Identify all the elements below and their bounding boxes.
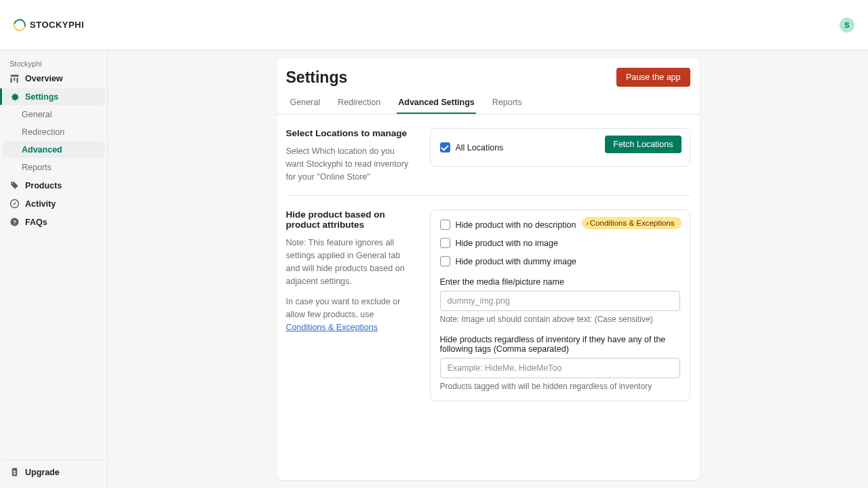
checkbox-no-description[interactable]	[440, 220, 450, 230]
price-icon	[9, 467, 20, 477]
gear-icon	[9, 92, 20, 102]
sidebar-sub-reports[interactable]: Reports	[3, 159, 104, 176]
logo-mark-icon	[12, 16, 28, 33]
fetch-locations-button[interactable]: Fetch Locations	[605, 136, 681, 153]
locations-title: Select Locations to manage	[286, 128, 415, 138]
svg-rect-1	[11, 78, 12, 83]
sidebar-item-label: Settings	[25, 92, 58, 102]
sidebar-sub-redirection[interactable]: Redirection	[3, 124, 104, 140]
sidebar-item-label: Upgrade	[25, 468, 60, 477]
sidebar-item-label: Activity	[25, 199, 56, 209]
settings-card: Settings Pause the app General Redirecti…	[277, 58, 700, 480]
tab-advanced-settings[interactable]: Advanced Settings	[397, 92, 476, 114]
tab-redirection[interactable]: Redirection	[336, 92, 382, 114]
chevron-right-icon: ›	[586, 220, 589, 227]
attributes-title: Hide product based on product attributes	[286, 209, 415, 230]
chk-dummy-label: Hide product with dummy image	[456, 257, 577, 266]
compass-icon	[9, 199, 20, 209]
tags-input[interactable]	[440, 358, 680, 378]
attributes-note: Note: This feature ignores all settings …	[286, 237, 415, 287]
tags-help-text: Products tagged with will be hidden rega…	[440, 382, 680, 391]
conditions-exceptions-badge[interactable]: › Conditions & Exceptions	[582, 217, 681, 229]
media-file-label: Enter the media file/picture name	[440, 277, 680, 287]
app-header: STOCKYPHI S	[0, 0, 868, 50]
sidebar-item-overview[interactable]: Overview	[3, 70, 104, 87]
brand-name: STOCKYPHI	[30, 20, 84, 30]
help-icon: ?	[9, 217, 20, 227]
page-title: Settings	[286, 68, 348, 87]
attributes-desc2: In case you want to exclude or allow few…	[286, 296, 415, 333]
sidebar-item-products[interactable]: Products	[3, 177, 104, 194]
chk-no-img-label: Hide product with no image	[456, 239, 558, 248]
sidebar: Stockyphi Overview Settings General Redi…	[0, 50, 108, 488]
tags-label: Hide products regardless of inventory if…	[440, 335, 680, 354]
checkbox-all-locations[interactable]	[440, 142, 450, 152]
media-help-text: Note: Image url should contain above tex…	[440, 314, 680, 324]
locations-panel: Fetch Locations All Locations	[430, 128, 690, 167]
checkbox-dummy-image[interactable]	[440, 256, 450, 266]
tag-icon	[9, 180, 20, 190]
sidebar-item-label: Overview	[25, 74, 63, 83]
conditions-exceptions-link[interactable]: Conditions & Exceptions	[286, 323, 378, 332]
settings-tabs: General Redirection Advanced Settings Re…	[277, 92, 700, 115]
brand-logo[interactable]: STOCKYPHI	[14, 19, 84, 31]
tab-reports[interactable]: Reports	[491, 92, 524, 114]
sidebar-item-upgrade[interactable]: Upgrade	[3, 464, 104, 481]
sidebar-app-label: Stockyphi	[3, 57, 104, 69]
sidebar-item-settings[interactable]: Settings	[3, 88, 104, 105]
sidebar-item-label: FAQs	[25, 218, 47, 227]
tab-general[interactable]: General	[289, 92, 321, 114]
overview-icon	[9, 73, 20, 83]
media-file-input[interactable]	[440, 291, 680, 311]
main-content: Settings Pause the app General Redirecti…	[108, 50, 868, 488]
sidebar-item-activity[interactable]: Activity	[3, 195, 104, 212]
chk-no-desc-label: Hide product with no description	[456, 220, 576, 230]
avatar[interactable]: S	[840, 18, 854, 33]
svg-rect-2	[14, 78, 15, 81]
svg-rect-3	[17, 78, 18, 83]
locations-desc: Select Which location do you want Stocky…	[286, 145, 415, 183]
sidebar-item-faqs[interactable]: ? FAQs	[3, 214, 104, 230]
checkbox-no-image[interactable]	[440, 238, 450, 248]
sidebar-sub-advanced[interactable]: Advanced	[3, 142, 104, 158]
sidebar-sub-general[interactable]: General	[3, 106, 104, 123]
attributes-panel: › Conditions & Exceptions Hide product w…	[430, 209, 690, 401]
svg-text:?: ?	[13, 220, 16, 226]
pause-app-button[interactable]: Pause the app	[616, 68, 690, 87]
sidebar-item-label: Products	[25, 181, 62, 190]
all-locations-label: All Locations	[456, 143, 504, 152]
svg-rect-0	[11, 75, 19, 77]
